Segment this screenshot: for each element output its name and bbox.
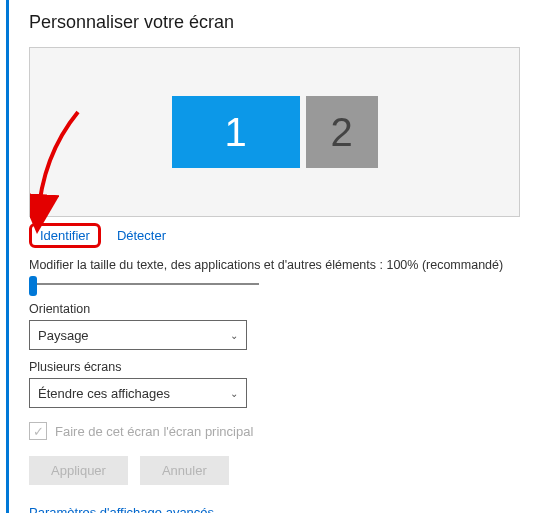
advanced-display-settings-link[interactable]: Paramètres d'affichage avancés bbox=[29, 505, 214, 513]
monitor-1[interactable]: 1 bbox=[172, 96, 300, 168]
detect-link[interactable]: Détecter bbox=[117, 228, 166, 243]
chevron-down-icon: ⌄ bbox=[230, 388, 238, 399]
cancel-button: Annuler bbox=[140, 456, 229, 485]
slider-track bbox=[29, 283, 259, 285]
display-action-links: Identifier Détecter bbox=[29, 223, 520, 248]
scale-label: Modifier la taille du texte, des applica… bbox=[29, 258, 520, 272]
orientation-select[interactable]: Paysage ⌄ bbox=[29, 320, 247, 350]
orientation-value: Paysage bbox=[38, 328, 89, 343]
annotation-highlight: Identifier bbox=[29, 223, 101, 248]
make-main-display-row: ✓ Faire de cet écran l'écran principal bbox=[29, 422, 520, 440]
slider-thumb[interactable] bbox=[29, 276, 37, 296]
make-main-checkbox: ✓ bbox=[29, 422, 47, 440]
apply-button: Appliquer bbox=[29, 456, 128, 485]
monitor-2[interactable]: 2 bbox=[306, 96, 378, 168]
action-buttons: Appliquer Annuler bbox=[29, 456, 520, 485]
scale-slider[interactable] bbox=[29, 276, 259, 292]
display-arrangement-area[interactable]: 1 2 bbox=[29, 47, 520, 217]
identify-link[interactable]: Identifier bbox=[40, 228, 90, 243]
page-title: Personnaliser votre écran bbox=[29, 12, 520, 33]
multiple-displays-value: Étendre ces affichages bbox=[38, 386, 170, 401]
make-main-label: Faire de cet écran l'écran principal bbox=[55, 424, 253, 439]
orientation-label: Orientation bbox=[29, 302, 520, 316]
multiple-displays-label: Plusieurs écrans bbox=[29, 360, 520, 374]
multiple-displays-select[interactable]: Étendre ces affichages ⌄ bbox=[29, 378, 247, 408]
chevron-down-icon: ⌄ bbox=[230, 330, 238, 341]
